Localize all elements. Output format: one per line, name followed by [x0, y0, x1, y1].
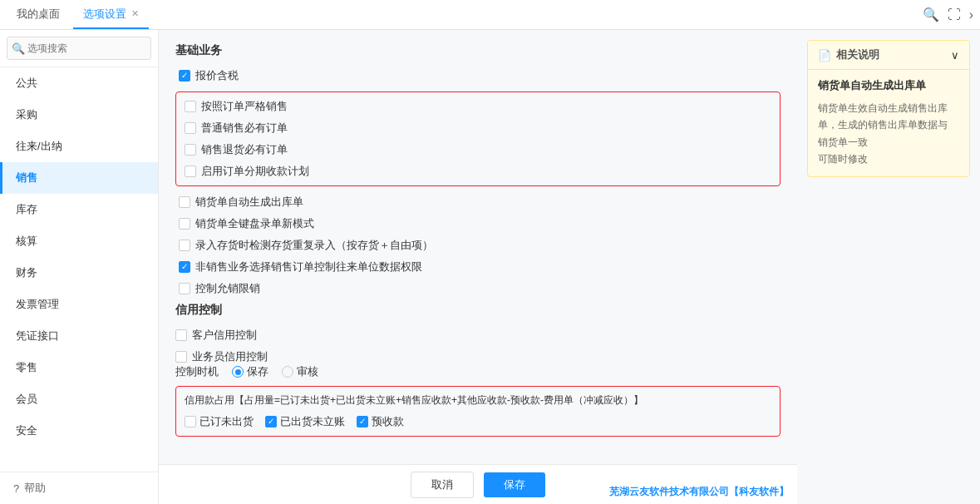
checkbox-tax-label: 报价含税 [195, 68, 239, 83]
sidebar-search-input[interactable] [7, 37, 151, 60]
credit-row-0: 客户信用控制 [175, 328, 781, 343]
info-line-1: 单，生成的销售出库单数据与 [818, 116, 959, 133]
sidebar: 🔍 公共采购往来/出纳销售库存核算财务发票管理凭证接口零售会员安全 ? 帮助 [0, 30, 159, 504]
standalone-cb-2[interactable] [179, 240, 190, 251]
sidebar-nav-item-5[interactable]: 核算 [0, 225, 158, 257]
main-inner: 基础业务 报价含税 按照订单严格销售普通销售必有订单销售退货必有订单启用订单分期… [175, 43, 781, 487]
section-basic-title: 基础业务 [175, 43, 781, 58]
control-time-row: 控制时机 保存 审核 [175, 364, 781, 379]
red-border-group: 按照订单严格销售普通销售必有订单销售退货必有订单启用订单分期收款计划 [175, 91, 781, 186]
radio-save[interactable]: 保存 [232, 364, 268, 379]
checkbox-tax[interactable] [179, 70, 190, 82]
red-box-label-0: 按照订单严格销售 [201, 99, 288, 114]
control-time-label: 控制时机 [175, 364, 219, 379]
info-card-body: 销货单自动生成出库单 销货单生效自动生成销售出库单，生成的销售出库单数据与销货单… [808, 70, 969, 176]
standalone-group: 销货单自动生成出库单销货单全键盘录单新模式录入存货时检测存货重复录入（按存货＋自… [175, 195, 781, 296]
formula-cb-0[interactable] [185, 416, 196, 427]
checkbox-tax-row: 报价含税 [179, 68, 781, 83]
radio-audit-dot[interactable] [282, 366, 293, 378]
info-card: 📄 相关说明 ∨ 销货单自动生成出库单 销货单生效自动生成销售出库单，生成的销售… [807, 40, 970, 177]
sidebar-nav-item-9[interactable]: 零售 [0, 352, 158, 383]
sidebar-nav-item-3[interactable]: 销售 [0, 162, 158, 194]
red-box-label-3: 启用订单分期收款计划 [201, 164, 309, 179]
document-icon: 📄 [818, 49, 831, 62]
info-line-0: 销货单生效自动生成销售出库 [818, 100, 959, 116]
credit-row-1: 业务员信用控制 [175, 349, 781, 364]
red-box-cb-3[interactable] [185, 166, 196, 177]
sidebar-nav-item-1[interactable]: 采购 [0, 99, 158, 131]
company-watermark: 芜湖云友软件技术有限公司【科友软件】 [609, 485, 789, 499]
fullscreen-icon[interactable]: ⛶ [948, 7, 961, 22]
red-box-row-3: 启用订单分期收款计划 [185, 164, 771, 179]
sidebar-nav-item-8[interactable]: 凭证接口 [0, 320, 158, 352]
formula-label-2: 预收款 [372, 414, 404, 429]
sidebar-search-icon: 🔍 [12, 42, 25, 55]
standalone-cb-0[interactable] [179, 196, 190, 208]
formula-label-0: 已订未出货 [199, 414, 254, 429]
standalone-row-3: 非销售业务选择销售订单控制往来单位数据权限 [179, 259, 777, 274]
formula-cb-1[interactable] [265, 416, 277, 427]
red-box-cb-0[interactable] [185, 101, 196, 112]
credit-cb-1[interactable] [175, 351, 187, 363]
radio-save-dot[interactable] [232, 366, 244, 378]
top-bar-icons: 🔍 ⛶ › [923, 7, 973, 22]
formula-item-2: 预收款 [357, 414, 404, 429]
sidebar-nav-item-0[interactable]: 公共 [0, 67, 158, 99]
standalone-row-2: 录入存货时检测存货重复录入（按存货＋自由项） [179, 238, 777, 253]
credit-cb-0[interactable] [175, 329, 187, 341]
nav-items: 公共采购往来/出纳销售库存核算财务发票管理凭证接口零售会员安全 [0, 67, 158, 447]
sidebar-nav-item-7[interactable]: 发票管理 [0, 289, 158, 320]
tab-settings-label: 选项设置 [83, 7, 126, 22]
standalone-row-1: 销货单全键盘录单新模式 [179, 216, 777, 231]
sidebar-nav-item-4[interactable]: 库存 [0, 194, 158, 225]
layout: 🔍 公共采购往来/出纳销售库存核算财务发票管理凭证接口零售会员安全 ? 帮助 基… [0, 30, 980, 504]
info-card-header: 📄 相关说明 ∨ [808, 41, 969, 70]
red-box-label-1: 普通销售必有订单 [201, 121, 288, 136]
tab-close-icon[interactable]: ✕ [131, 8, 139, 19]
search-box: 🔍 [0, 30, 158, 67]
formula-cb-2[interactable] [357, 416, 368, 427]
credit-formula-box: 信用款占用【占用量=已订未出货+已出货未立账+销售应收款+其他应收款-预收款-费… [175, 386, 781, 437]
top-bar: 我的桌面 选项设置 ✕ 🔍 ⛶ › [0, 0, 980, 30]
standalone-label-0: 销货单自动生成出库单 [195, 195, 303, 210]
cancel-button[interactable]: 取消 [411, 472, 474, 498]
red-box-cb-1[interactable] [185, 122, 196, 134]
formula-item-1: 已出货未立账 [265, 414, 345, 429]
chevron-down-icon[interactable]: ∨ [951, 49, 959, 62]
standalone-cb-1[interactable] [179, 218, 190, 230]
standalone-cb-3[interactable] [179, 261, 190, 273]
formula-item-0: 已订未出货 [185, 414, 254, 429]
info-card-text: 销货单生效自动生成销售出库单，生成的销售出库单数据与销货单一致可随时修改 [818, 100, 959, 168]
main-content: 基础业务 报价含税 按照订单严格销售普通销售必有订单销售退货必有订单启用订单分期… [159, 30, 797, 504]
credit-label-0: 客户信用控制 [192, 328, 257, 343]
search-icon[interactable]: 🔍 [923, 7, 939, 22]
formula-checkboxes: 已订未出货已出货未立账预收款 [185, 414, 771, 429]
section-credit-title: 信用控制 [175, 303, 781, 318]
tab-desktop[interactable]: 我的桌面 [7, 0, 70, 29]
save-button[interactable]: 保存 [484, 472, 545, 497]
tab-desktop-label: 我的桌面 [17, 7, 60, 22]
red-box-row-1: 普通销售必有订单 [185, 121, 771, 136]
info-card-subtitle: 销货单自动生成出库单 [818, 78, 959, 93]
red-box-cb-2[interactable] [185, 144, 196, 156]
sidebar-nav-item-10[interactable]: 会员 [0, 383, 158, 415]
red-box-row-2: 销售退货必有订单 [185, 142, 771, 157]
info-line-2: 销货单一致 [818, 134, 959, 151]
formula-text: 信用款占用【占用量=已订未出货+已出货未立账+销售应收款+其他应收款-预收款-费… [185, 393, 771, 408]
help-icon: ? [13, 482, 19, 495]
help-nav-item[interactable]: ? 帮助 [0, 472, 158, 504]
standalone-label-4: 控制允销限销 [195, 281, 260, 296]
tab-settings[interactable]: 选项设置 ✕ [73, 0, 149, 29]
more-icon[interactable]: › [969, 7, 973, 22]
standalone-label-3: 非销售业务选择销售订单控制往来单位数据权限 [195, 259, 422, 274]
sidebar-nav-item-11[interactable]: 安全 [0, 415, 158, 447]
standalone-cb-4[interactable] [179, 283, 190, 294]
info-card-header-left: 📄 相关说明 [818, 47, 879, 62]
right-panel: 📄 相关说明 ∨ 销货单自动生成出库单 销货单生效自动生成销售出库单，生成的销售… [797, 30, 980, 504]
sidebar-nav-item-6[interactable]: 财务 [0, 257, 158, 289]
credit-items: 客户信用控制业务员信用控制 [175, 328, 781, 364]
red-box-label-2: 销售退货必有订单 [201, 142, 288, 157]
radio-audit[interactable]: 审核 [282, 364, 318, 379]
credit-label-1: 业务员信用控制 [192, 349, 268, 364]
sidebar-nav-item-2[interactable]: 往来/出纳 [0, 131, 158, 162]
